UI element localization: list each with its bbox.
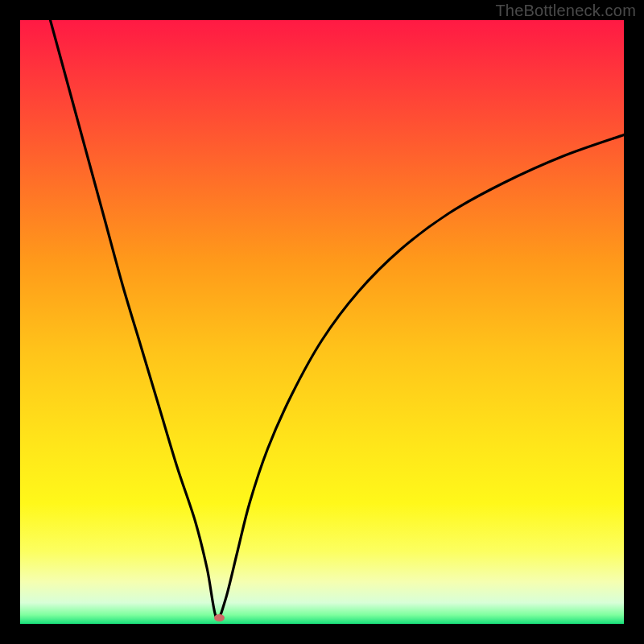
chart-frame: TheBottleneck.com [0,0,644,644]
plot-area [20,20,624,624]
marker-point [214,614,225,621]
watermark-text: TheBottleneck.com [495,2,636,20]
curve-layer [20,20,624,624]
bottleneck-curve [51,20,625,619]
